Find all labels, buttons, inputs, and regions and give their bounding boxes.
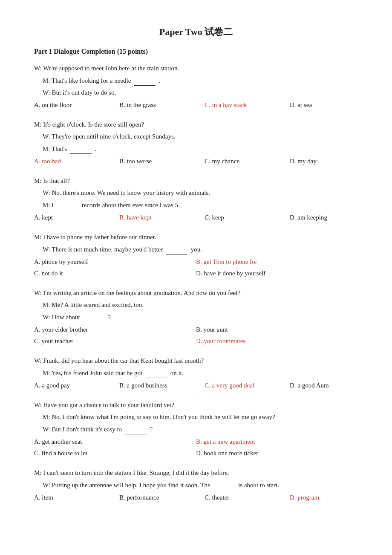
question-2-option-1[interactable]: A. too bad bbox=[34, 156, 119, 167]
question-5-option-3[interactable]: C. your teacher bbox=[34, 335, 196, 347]
question-4-line-1: M: I have to phone my father before our … bbox=[34, 232, 358, 242]
question-1-line-3: W: But it's out duty to do so. bbox=[34, 87, 358, 98]
question-8: M: I can't seem to turn into the station… bbox=[34, 468, 358, 503]
question-2: M: It's eight o'clock. Is the store stil… bbox=[34, 119, 358, 167]
question-7-option-3[interactable]: C. find a house to let bbox=[34, 448, 196, 459]
question-4-options: A. phone by yourselfB. get Tom to phone … bbox=[34, 256, 358, 279]
question-7-option-4[interactable]: D. book one more ticket bbox=[196, 448, 358, 459]
question-1-option-1[interactable]: A. on the floor bbox=[34, 99, 119, 111]
question-7: W: Have you got a chance to talk to your… bbox=[34, 400, 358, 459]
question-1: W: We're supposed to meet John here at t… bbox=[34, 63, 358, 111]
question-4: M: I have to phone my father before our … bbox=[34, 232, 358, 279]
question-7-line-3: W: But I don't think it's easy to ? bbox=[34, 424, 358, 434]
question-1-option-2[interactable]: B. in the grass bbox=[119, 99, 205, 111]
question-5-option-2[interactable]: B. your aunt bbox=[196, 324, 358, 335]
question-1-line-2: M: That's like looking for a needle . bbox=[34, 75, 358, 86]
question-8-option-2[interactable]: B. performance bbox=[119, 492, 205, 503]
question-6-options: A. a good payB. a good businessC. a very… bbox=[34, 380, 358, 391]
question-2-option-3[interactable]: C. my chance bbox=[205, 156, 290, 167]
page-title: Paper Two 试卷二 bbox=[34, 26, 358, 38]
question-8-line-1: M: I can't seem to turn into the station… bbox=[34, 468, 358, 478]
question-2-line-3: M: That's . bbox=[34, 143, 358, 154]
question-3-option-4[interactable]: D. am keeping bbox=[290, 212, 375, 223]
question-2-option-4[interactable]: D. my day bbox=[290, 156, 375, 167]
question-3-option-2[interactable]: B. have kept bbox=[119, 212, 205, 223]
question-4-option-2[interactable]: B. get Tom to phone for bbox=[196, 256, 358, 268]
question-5-options: A. your elder brotherB. your auntC. your… bbox=[34, 324, 358, 347]
question-1-option-3[interactable]: C. in a hay stack bbox=[205, 99, 290, 111]
question-1-option-4[interactable]: D. at sea bbox=[290, 99, 375, 111]
question-7-option-1[interactable]: A. get another seat bbox=[34, 436, 196, 448]
question-3-line-1: M: Is that all? bbox=[34, 176, 358, 186]
question-3-option-1[interactable]: A. kept bbox=[34, 212, 119, 223]
question-6-option-4[interactable]: D. a good Aum bbox=[290, 380, 375, 391]
question-5-line-2: M: Me? A little scared and excited, too. bbox=[34, 300, 358, 310]
question-4-line-2: W: There is not much time, maybe you'd b… bbox=[34, 244, 358, 254]
question-5-option-1[interactable]: A. your elder brother bbox=[34, 324, 196, 335]
question-4-option-1[interactable]: A. phone by yourself bbox=[34, 256, 196, 268]
question-6-option-2[interactable]: B. a good business bbox=[119, 380, 205, 391]
question-3-option-3[interactable]: C. keep bbox=[205, 212, 290, 223]
question-1-options: A. on the floorB. in the grassC. in a ha… bbox=[34, 99, 358, 111]
question-2-options: A. too badB. too worseC. my chanceD. my … bbox=[34, 156, 358, 167]
question-2-line-2: W: They're open until nine o'clock, exce… bbox=[34, 131, 358, 142]
question-8-option-1[interactable]: A. item bbox=[34, 492, 119, 503]
question-3-line-3: M: I records about them ever since I was… bbox=[34, 199, 358, 210]
question-6-option-1[interactable]: A. a good pay bbox=[34, 380, 119, 391]
question-8-option-4[interactable]: D. program bbox=[290, 492, 375, 503]
question-8-options: A. itemB. performanceC. theaterD. progra… bbox=[34, 492, 358, 503]
question-6: W: Frank, did you hear about the car tha… bbox=[34, 356, 358, 391]
question-7-line-1: W: Have you got a chance to talk to your… bbox=[34, 400, 358, 410]
question-4-option-4[interactable]: D. have it done by yourself bbox=[196, 268, 358, 279]
question-1-line-1: W: We're supposed to meet John here at t… bbox=[34, 63, 358, 73]
question-6-option-3[interactable]: C. a very good deal bbox=[205, 380, 290, 391]
question-8-line-2: W: Putting up the antennae will help. I … bbox=[34, 480, 358, 490]
question-5-line-1: W: I'm writing an article on the feeling… bbox=[34, 288, 358, 298]
question-3: M: Is that all?W: No, there's more. We n… bbox=[34, 176, 358, 223]
question-7-option-2[interactable]: B. get a new apartment bbox=[196, 436, 358, 448]
question-3-line-2: W: No, there's more. We need to know you… bbox=[34, 188, 358, 198]
part1-title: Part 1 Dialogue Completion (15 points) bbox=[34, 48, 358, 55]
question-6-line-1: W: Frank, did you hear about the car tha… bbox=[34, 356, 358, 366]
question-7-options: A. get another seatB. get a new apartmen… bbox=[34, 436, 358, 459]
question-2-option-2[interactable]: B. too worse bbox=[119, 156, 205, 167]
question-7-line-2: M: No. I don't know what I'm going to sa… bbox=[34, 412, 358, 422]
question-6-line-2: M: Yes, his friend John said that he got… bbox=[34, 367, 358, 378]
question-5-line-3: W: How about ? bbox=[34, 312, 358, 322]
question-5: W: I'm writing an article on the feeling… bbox=[34, 288, 358, 347]
question-3-options: A. keptB. have keptC. keepD. am keeping bbox=[34, 212, 358, 223]
question-2-line-1: M: It's eight o'clock. Is the store stil… bbox=[34, 119, 358, 130]
question-8-option-3[interactable]: C. theater bbox=[205, 492, 290, 503]
question-5-option-4[interactable]: D. your roommates bbox=[196, 335, 358, 347]
question-4-option-3[interactable]: C. not do it bbox=[34, 268, 196, 279]
